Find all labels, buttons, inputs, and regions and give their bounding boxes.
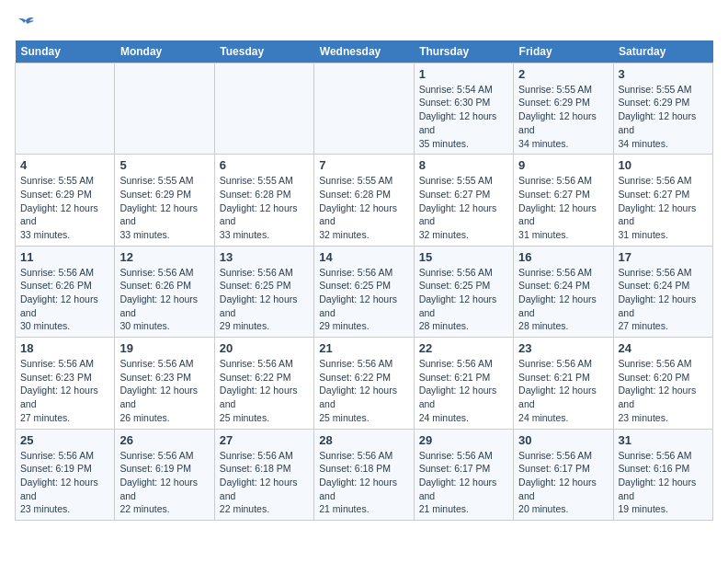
day-info: Sunrise: 5:54 AMSunset: 6:30 PMDaylight:… — [419, 83, 508, 150]
day-number: 5 — [119, 158, 209, 172]
logo — [15, 15, 35, 33]
day-number: 1 — [419, 67, 508, 81]
calendar-cell: 14Sunrise: 5:56 AMSunset: 6:25 PMDayligh… — [314, 246, 414, 337]
day-info: Sunrise: 5:56 AMSunset: 6:26 PMDaylight:… — [119, 266, 209, 333]
day-number: 16 — [518, 250, 608, 264]
day-number: 26 — [119, 433, 209, 447]
calendar-cell: 28Sunrise: 5:56 AMSunset: 6:18 PMDayligh… — [314, 429, 414, 520]
calendar-header: SundayMondayTuesdayWednesdayThursdayFrid… — [16, 40, 713, 63]
day-number: 15 — [419, 250, 508, 264]
day-number: 6 — [220, 158, 309, 172]
calendar-week-5: 25Sunrise: 5:56 AMSunset: 6:19 PMDayligh… — [16, 429, 713, 520]
calendar-table: SundayMondayTuesdayWednesdayThursdayFrid… — [15, 40, 713, 521]
day-number: 17 — [619, 250, 708, 264]
calendar-cell: 21Sunrise: 5:56 AMSunset: 6:22 PMDayligh… — [314, 338, 414, 429]
day-number: 22 — [419, 341, 508, 355]
day-info: Sunrise: 5:56 AMSunset: 6:21 PMDaylight:… — [518, 357, 608, 424]
day-number: 28 — [319, 433, 408, 447]
day-info: Sunrise: 5:55 AMSunset: 6:29 PMDaylight:… — [20, 174, 109, 241]
day-info: Sunrise: 5:55 AMSunset: 6:29 PMDaylight:… — [518, 83, 608, 150]
day-number: 9 — [518, 158, 608, 172]
calendar-cell: 31Sunrise: 5:56 AMSunset: 6:16 PMDayligh… — [613, 429, 712, 520]
day-number: 3 — [619, 67, 708, 81]
day-info: Sunrise: 5:55 AMSunset: 6:27 PMDaylight:… — [419, 174, 508, 241]
calendar-cell: 19Sunrise: 5:56 AMSunset: 6:23 PMDayligh… — [115, 338, 214, 429]
day-number: 13 — [220, 250, 309, 264]
calendar-cell: 6Sunrise: 5:55 AMSunset: 6:28 PMDaylight… — [214, 155, 313, 246]
calendar-cell: 9Sunrise: 5:56 AMSunset: 6:27 PMDaylight… — [514, 155, 613, 246]
calendar-cell — [115, 63, 214, 154]
day-number: 7 — [319, 158, 408, 172]
day-info: Sunrise: 5:56 AMSunset: 6:18 PMDaylight:… — [319, 449, 408, 516]
day-number: 31 — [619, 433, 708, 447]
calendar-cell: 22Sunrise: 5:56 AMSunset: 6:21 PMDayligh… — [414, 338, 513, 429]
day-number: 24 — [619, 341, 708, 355]
calendar-cell: 2Sunrise: 5:55 AMSunset: 6:29 PMDaylight… — [514, 63, 613, 154]
day-info: Sunrise: 5:56 AMSunset: 6:17 PMDaylight:… — [518, 449, 608, 516]
day-info: Sunrise: 5:56 AMSunset: 6:26 PMDaylight:… — [20, 266, 109, 333]
day-info: Sunrise: 5:56 AMSunset: 6:20 PMDaylight:… — [619, 357, 708, 424]
calendar-cell: 20Sunrise: 5:56 AMSunset: 6:22 PMDayligh… — [214, 338, 313, 429]
calendar-cell: 12Sunrise: 5:56 AMSunset: 6:26 PMDayligh… — [115, 246, 214, 337]
day-info: Sunrise: 5:56 AMSunset: 6:19 PMDaylight:… — [20, 449, 109, 516]
calendar-cell: 26Sunrise: 5:56 AMSunset: 6:19 PMDayligh… — [115, 429, 214, 520]
day-number: 25 — [20, 433, 109, 447]
day-info: Sunrise: 5:56 AMSunset: 6:25 PMDaylight:… — [419, 266, 508, 333]
day-info: Sunrise: 5:56 AMSunset: 6:19 PMDaylight:… — [119, 449, 209, 516]
day-number: 4 — [20, 158, 109, 172]
calendar-body: 1Sunrise: 5:54 AMSunset: 6:30 PMDaylight… — [16, 63, 713, 520]
header-row: SundayMondayTuesdayWednesdayThursdayFrid… — [16, 40, 713, 63]
calendar-cell: 7Sunrise: 5:55 AMSunset: 6:28 PMDaylight… — [314, 155, 414, 246]
calendar-cell: 30Sunrise: 5:56 AMSunset: 6:17 PMDayligh… — [514, 429, 613, 520]
day-info: Sunrise: 5:56 AMSunset: 6:18 PMDaylight:… — [220, 449, 309, 516]
bird-icon — [17, 17, 35, 31]
calendar-cell: 16Sunrise: 5:56 AMSunset: 6:24 PMDayligh… — [514, 246, 613, 337]
day-info: Sunrise: 5:55 AMSunset: 6:28 PMDaylight:… — [319, 174, 408, 241]
day-number: 30 — [518, 433, 608, 447]
day-info: Sunrise: 5:56 AMSunset: 6:24 PMDaylight:… — [518, 266, 608, 333]
day-info: Sunrise: 5:56 AMSunset: 6:22 PMDaylight:… — [220, 357, 309, 424]
calendar-cell: 15Sunrise: 5:56 AMSunset: 6:25 PMDayligh… — [414, 246, 513, 337]
calendar-cell: 24Sunrise: 5:56 AMSunset: 6:20 PMDayligh… — [613, 338, 712, 429]
day-info: Sunrise: 5:55 AMSunset: 6:28 PMDaylight:… — [220, 174, 309, 241]
calendar-week-4: 18Sunrise: 5:56 AMSunset: 6:23 PMDayligh… — [16, 338, 713, 429]
calendar-cell: 5Sunrise: 5:55 AMSunset: 6:29 PMDaylight… — [115, 155, 214, 246]
day-info: Sunrise: 5:56 AMSunset: 6:24 PMDaylight:… — [619, 266, 708, 333]
calendar-cell: 13Sunrise: 5:56 AMSunset: 6:25 PMDayligh… — [214, 246, 313, 337]
calendar-cell: 25Sunrise: 5:56 AMSunset: 6:19 PMDayligh… — [16, 429, 115, 520]
calendar-cell: 23Sunrise: 5:56 AMSunset: 6:21 PMDayligh… — [514, 338, 613, 429]
calendar-cell: 18Sunrise: 5:56 AMSunset: 6:23 PMDayligh… — [16, 338, 115, 429]
calendar-cell: 17Sunrise: 5:56 AMSunset: 6:24 PMDayligh… — [613, 246, 712, 337]
day-number: 10 — [619, 158, 708, 172]
day-number: 21 — [319, 341, 408, 355]
header-day-thursday: Thursday — [414, 40, 513, 63]
day-number: 18 — [20, 341, 109, 355]
day-number: 11 — [20, 250, 109, 264]
day-info: Sunrise: 5:56 AMSunset: 6:17 PMDaylight:… — [419, 449, 508, 516]
calendar-cell: 4Sunrise: 5:55 AMSunset: 6:29 PMDaylight… — [16, 155, 115, 246]
day-number: 29 — [419, 433, 508, 447]
calendar-cell — [314, 63, 414, 154]
day-info: Sunrise: 5:55 AMSunset: 6:29 PMDaylight:… — [619, 83, 708, 150]
day-number: 20 — [220, 341, 309, 355]
header-day-tuesday: Tuesday — [214, 40, 313, 63]
day-number: 2 — [518, 67, 608, 81]
day-number: 27 — [220, 433, 309, 447]
header-day-friday: Friday — [514, 40, 613, 63]
day-info: Sunrise: 5:56 AMSunset: 6:16 PMDaylight:… — [619, 449, 708, 516]
day-number: 23 — [518, 341, 608, 355]
calendar-cell: 3Sunrise: 5:55 AMSunset: 6:29 PMDaylight… — [613, 63, 712, 154]
header-day-wednesday: Wednesday — [314, 40, 414, 63]
day-info: Sunrise: 5:56 AMSunset: 6:21 PMDaylight:… — [419, 357, 508, 424]
day-info: Sunrise: 5:56 AMSunset: 6:27 PMDaylight:… — [518, 174, 608, 241]
header-day-monday: Monday — [115, 40, 214, 63]
day-info: Sunrise: 5:55 AMSunset: 6:29 PMDaylight:… — [119, 174, 209, 241]
day-number: 19 — [119, 341, 209, 355]
calendar-cell — [16, 63, 115, 154]
day-info: Sunrise: 5:56 AMSunset: 6:27 PMDaylight:… — [619, 174, 708, 241]
day-info: Sunrise: 5:56 AMSunset: 6:23 PMDaylight:… — [20, 357, 109, 424]
calendar-week-1: 1Sunrise: 5:54 AMSunset: 6:30 PMDaylight… — [16, 63, 713, 154]
header-day-saturday: Saturday — [613, 40, 712, 63]
day-number: 12 — [119, 250, 209, 264]
page-header — [15, 15, 713, 33]
